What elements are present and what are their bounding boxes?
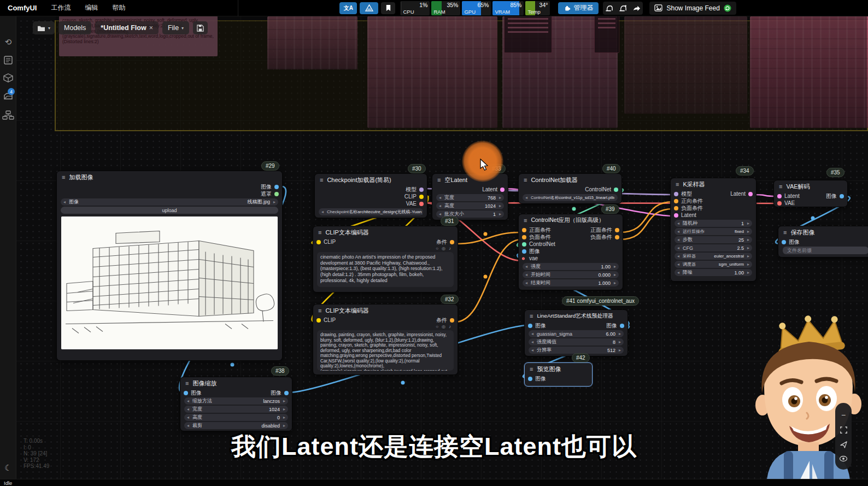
models-button[interactable]: Models	[58, 21, 91, 34]
input-port-vae[interactable]	[777, 201, 782, 206]
positive-prompt-textarea[interactable]: cinematic photo An artist's impression o…	[317, 252, 454, 287]
node-menu-icon[interactable]: ≡	[62, 174, 65, 180]
gaussian-sigma-widget[interactable]: guassian_sigma6.00	[529, 330, 624, 337]
input-port-clip[interactable]	[316, 240, 321, 244]
node-title-bar[interactable]: ≡VAE解码	[774, 180, 847, 192]
history-icon[interactable]: ⟲	[0, 37, 16, 47]
denoise-widget[interactable]: 降噪1.00	[675, 269, 752, 276]
vacuum-dot-icon[interactable]	[619, 4, 627, 12]
sampler-widget[interactable]: 采样器euler_ancestral	[675, 253, 752, 260]
node-menu-icon[interactable]: ≡	[437, 177, 441, 183]
node-load-image[interactable]: ≡加载图像 图像 遮罩 图像线稿图.jpg upload	[56, 171, 283, 361]
checkpoint-combo-widget[interactable]: Checkpoint名称architecutre_design(元线稿-Yuan…	[319, 208, 423, 215]
node-ksampler[interactable]: ≡K采样器 模型 Latent 正向条件 负面条件 Latent 随机种1 运行…	[670, 178, 756, 282]
node-image-scale[interactable]: ≡图像缩放 图像 图像 缩放方法lanczos 宽度1024 高度0 裁剪dis…	[180, 377, 292, 431]
width-widget[interactable]: 宽度768	[436, 194, 504, 201]
input-port-clip[interactable]	[316, 318, 321, 323]
end-percent-widget[interactable]: 结束时间1.000	[523, 279, 619, 286]
output-port-mask[interactable]	[274, 192, 279, 196]
save-workflow-button[interactable]	[193, 21, 208, 34]
input-port-latent[interactable]	[777, 194, 782, 198]
toggle-visibility-icon[interactable]	[839, 455, 848, 462]
input-port-image[interactable]	[522, 249, 526, 254]
node-title-bar[interactable]: ≡CLIP文本编码器	[313, 226, 458, 238]
upscale-method-widget[interactable]: 缩放方法lanczos	[184, 397, 288, 405]
output-port-model[interactable]	[419, 188, 424, 192]
node-vae-decode[interactable]: ≡VAE解码 Latent 图像 VAE	[773, 180, 848, 207]
controlnet-name-widget[interactable]: ControlNet名称control_v11p_sd15_lineart.pt…	[523, 194, 618, 201]
app-logo[interactable]: ComfyUI	[8, 4, 37, 12]
input-port-latent[interactable]	[674, 213, 678, 218]
seed-widget[interactable]: 随机种1	[675, 220, 752, 227]
tts-icon[interactable]: ♪	[449, 324, 451, 329]
translate-button[interactable]: 文A	[339, 2, 357, 14]
output-port-clip[interactable]	[419, 195, 424, 199]
menu-help[interactable]: 帮助	[112, 3, 125, 13]
manager-button[interactable]: 管理器	[558, 2, 599, 14]
node-menu-icon[interactable]: ≡	[185, 380, 189, 387]
upload-button[interactable]: upload	[61, 207, 278, 214]
node-empty-latent[interactable]: ≡空Latent Latent 宽度768 高度1024 批次大小1	[432, 173, 508, 220]
input-port-model[interactable]	[674, 192, 678, 196]
crop-widget[interactable]: 裁剪disabled	[184, 422, 288, 429]
input-port-image[interactable]	[184, 391, 188, 395]
model-library-icon[interactable]	[0, 73, 16, 83]
node-title-bar[interactable]: ≡K采样器	[671, 178, 756, 190]
filename-prefix-input[interactable]: 文件名前缀	[783, 247, 868, 254]
file-menu-button[interactable]: File▾	[162, 21, 189, 34]
output-port-conditioning[interactable]	[450, 318, 454, 323]
node-lineart-preprocessor[interactable]: ≡LineArtStandard艺术线预处理器 图像 图像 guassian_s…	[524, 309, 628, 356]
node-checkpoint-loader[interactable]: ≡Checkpoint加载器(简易) 模型 CLIP VAE Checkpoin…	[314, 173, 427, 218]
output-port-vae[interactable]	[419, 202, 424, 206]
input-port-positive[interactable]	[674, 199, 678, 203]
output-port-controlnet[interactable]	[614, 188, 618, 192]
share-icon[interactable]	[632, 4, 641, 11]
image-combo-widget[interactable]: 图像线稿图.jpg	[61, 198, 278, 206]
select-mode-icon[interactable]	[840, 441, 848, 449]
pin-widget-icon[interactable]: ○	[436, 246, 438, 251]
workflow-tab[interactable]: *Untitled Flow ×	[95, 21, 159, 34]
node-map-icon[interactable]	[0, 110, 16, 120]
height-widget[interactable]: 高度0	[184, 414, 288, 421]
input-port-positive[interactable]	[522, 228, 526, 232]
node-title-bar[interactable]: ≡ControlNet加载器	[519, 174, 621, 186]
node-menu-icon[interactable]: ≡	[524, 177, 527, 183]
output-port-latent[interactable]	[748, 192, 753, 196]
input-port-negative[interactable]	[522, 235, 526, 239]
node-title-bar[interactable]: ≡图像缩放	[180, 377, 292, 389]
log-panel-icon[interactable]	[0, 56, 16, 65]
close-tab-icon[interactable]: ×	[149, 24, 153, 32]
start-percent-widget[interactable]: 开始时间0.000	[523, 271, 619, 278]
output-port-image[interactable]	[274, 185, 279, 189]
node-menu-icon[interactable]: ≡	[524, 217, 527, 224]
image-feed-toggle[interactable]: Show Image Feed	[649, 2, 736, 15]
bookmark-button[interactable]	[381, 2, 395, 14]
pin-widget-icon[interactable]: ○	[436, 324, 438, 329]
menu-edit[interactable]: 编辑	[85, 3, 98, 13]
node-controlnet-loader[interactable]: ≡ControlNet加载器 ControlNet ControlNet名称co…	[518, 173, 622, 204]
node-title-bar[interactable]: ≡预览图像	[525, 363, 592, 375]
loaded-image-preview[interactable]	[61, 216, 278, 349]
cfg-widget[interactable]: CFG2.5	[675, 244, 752, 251]
node-save-image[interactable]: ≡保存图像 图像 文件名前缀	[778, 226, 868, 257]
input-port-image[interactable]	[528, 377, 532, 381]
node-menu-icon[interactable]: ≡	[318, 307, 321, 314]
menu-workflow[interactable]: 工作流	[51, 3, 71, 13]
open-workflow-button[interactable]: ▾	[33, 21, 55, 34]
node-menu-icon[interactable]: ≡	[530, 313, 533, 319]
output-port-conditioning[interactable]	[450, 240, 454, 244]
node-title-bar[interactable]: ≡加载图像	[57, 171, 282, 183]
node-menu-icon[interactable]: ≡	[783, 229, 787, 236]
theme-toggle-icon[interactable]: ☾	[0, 463, 16, 473]
input-port-negative[interactable]	[674, 206, 678, 210]
strength-widget[interactable]: 强度1.00	[523, 263, 619, 270]
convert-widget-icon[interactable]: ◎	[442, 324, 445, 329]
zoom-out-icon[interactable]: −	[841, 411, 846, 419]
fit-view-icon[interactable]	[840, 426, 848, 434]
input-port-image[interactable]	[528, 324, 532, 328]
negative-prompt-textarea[interactable]: drawing, painting, crayon, sketch, graph…	[317, 330, 454, 371]
width-widget[interactable]: 宽度1024	[184, 406, 288, 413]
node-preview-image[interactable]: ≡预览图像 图像	[524, 362, 593, 387]
node-menu-icon[interactable]: ≡	[318, 229, 321, 236]
node-menu-icon[interactable]: ≡	[320, 177, 323, 183]
